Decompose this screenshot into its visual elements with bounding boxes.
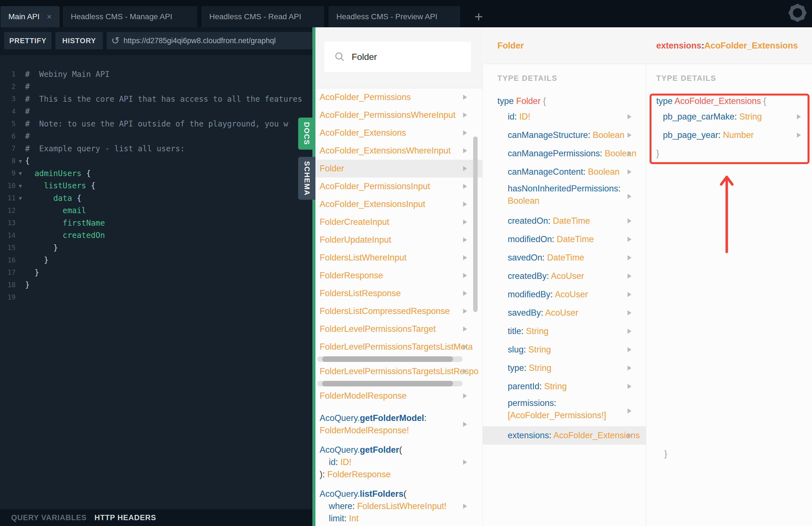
type-list-item[interactable]: FolderModelResponse [316,387,482,405]
editor-line-1[interactable]: 1# Webiny Main API [0,68,313,81]
editor-line-6[interactable]: 6# [0,130,313,143]
field-row-modifiedOn[interactable]: modifiedOn: DateTime [482,230,646,249]
editor-line-4[interactable]: 4# [0,105,313,118]
editor-line-17[interactable]: 17 } [0,266,313,279]
text-segment: limit [329,513,344,523]
type-list-item[interactable]: AcoFolder_Permissions [316,88,482,106]
editor-line-16[interactable]: 16 } [0,254,313,267]
field-row-pb_page_year[interactable]: pb_page_year: Number [646,126,812,144]
horizontal-scrollbar[interactable] [317,356,463,363]
fold-arrow-icon[interactable]: ▼ [16,195,25,201]
field-row-parentId[interactable]: parentId: String [482,377,646,396]
editor-line-8[interactable]: 8▼{ [0,155,313,167]
type-list-item[interactable]: FolderLevelPermissionsTargetsListMeta [316,338,482,356]
type-name: FolderResponse [320,271,383,280]
chevron-right-icon [627,384,632,389]
type-list-item[interactable]: FolderUpdateInput [316,231,482,249]
api-tab-3[interactable]: Headless CMS - Read API [202,6,324,27]
type-list-item[interactable]: FoldersListWhereInput [316,249,482,267]
type-name: FolderModelResponse [320,391,407,401]
docs-side-tab[interactable]: DOCS [298,118,316,150]
type-list-item[interactable]: FolderLevelPermissionsTargetsListRespo [316,363,482,380]
query-list-item[interactable]: AcoQuery.getFolderModel:FolderModelRespo… [316,412,482,437]
type-list-item[interactable]: FolderLevelPermissionsTarget [316,320,482,338]
editor-line-13[interactable]: 13 firstName [0,217,313,229]
folder-panel-title: Folder [482,27,646,64]
field-row-savedBy[interactable]: savedBy: AcoUser [482,304,646,322]
http-headers-tab[interactable]: HTTP HEADERS [95,513,156,522]
api-tab-4[interactable]: Headless CMS - Preview API [329,6,460,27]
text-segment: # Webiny Main API [25,70,110,79]
history-button[interactable]: HISTORY [56,32,103,49]
editor-line-2[interactable]: 2# [0,81,313,93]
editor-line-19[interactable]: 19 [0,291,313,304]
field-row-canManageContent[interactable]: canManageContent: Boolean [482,163,646,181]
close-tab-icon[interactable]: × [47,13,52,21]
editor-line-11[interactable]: 11▼ data { [0,192,313,204]
vertical-scrollbar[interactable] [473,136,478,312]
type-list-item[interactable]: AcoFolder_PermissionsWhereInput [316,106,482,124]
fold-arrow-icon[interactable]: ▼ [16,183,25,189]
field-row-canManagePermissions[interactable]: canManagePermissions: Boolean [482,144,646,163]
type-list-item[interactable]: FoldersListResponse [316,284,482,302]
horizontal-scrollbar[interactable] [317,380,463,387]
text-segment: Boolean [508,196,539,206]
field-row-pb_page_carMake[interactable]: pb_page_carMake: String [646,107,812,126]
query-variables-tab[interactable]: QUERY VARIABLES [11,513,87,522]
field-row-permissions[interactable]: permissions:[AcoFolder_Permissions!] [482,396,646,426]
field-row-createdOn[interactable]: createdOn: DateTime [482,212,646,230]
panel-divider[interactable] [313,27,316,526]
schema-side-tab[interactable]: SCHEMA [298,157,316,200]
editor-line-14[interactable]: 14 createdOn [0,229,313,242]
text-segment: Boolean [593,130,624,140]
editor-line-5[interactable]: 5# Note: to use the API outside of the p… [0,118,313,130]
type-list-item[interactable]: FoldersListCompressedResponse [316,302,482,320]
editor-line-7[interactable]: 7# Example query - list all users: [0,142,313,155]
type-list-item[interactable]: FolderResponse [316,267,482,284]
editor-line-10[interactable]: 10▼ listUsers { [0,180,313,192]
endpoint-url-input[interactable]: ↺ https://d2785gi4qi6pw8.cloudfront.net/… [107,32,313,49]
add-tab-button[interactable]: + [470,9,487,25]
fold-arrow-icon[interactable]: ▼ [16,170,25,176]
field-row-id[interactable]: id: ID! [482,107,646,126]
api-tab-2[interactable]: Headless CMS - Manage API [63,6,197,27]
editor-line-15[interactable]: 15 } [0,242,313,254]
query-editor[interactable]: 1# Webiny Main API2#3# This is the core … [0,55,313,509]
editor-line-12[interactable]: 12 email [0,204,313,217]
field-row-canManageStructure[interactable]: canManageStructure: Boolean [482,126,646,144]
field-row-savedOn[interactable]: savedOn: DateTime [482,249,646,267]
fold-arrow-icon[interactable]: ▼ [16,158,25,164]
editor-line-9[interactable]: 9▼ adminUsers { [0,167,313,180]
line-number: 18 [0,281,16,289]
type-list-item[interactable]: FolderCreateInput [316,213,482,231]
text-segment: FolderResponse [328,469,391,479]
type-list-item[interactable]: AcoFolder_ExtensionsInput [316,195,482,213]
query-list-item[interactable]: AcoQuery.listFolders(where: FoldersListW… [316,488,482,525]
field-row-hasNonInheritedPermissions[interactable]: hasNonInheritedPermissions:Boolean [482,181,646,212]
field-row-title[interactable]: title: String [482,322,646,340]
tab-label: Headless CMS - Manage API [71,12,172,21]
prettify-button[interactable]: PRETTIFY [4,32,52,49]
type-list-item[interactable]: AcoFolder_ExtensionsWhereInput [316,142,482,160]
field-row-slug[interactable]: slug: String [482,340,646,359]
gear-icon[interactable] [788,3,807,22]
type-list-item[interactable]: Folder [316,160,482,177]
type-list-item[interactable]: AcoFolder_Extensions [316,124,482,142]
editor-line-18[interactable]: 18} [0,279,313,291]
chevron-right-icon [627,151,632,156]
editor-line-3[interactable]: 3# This is the core API that has access … [0,93,313,105]
reload-icon[interactable]: ↺ [111,36,119,46]
text-segment: savedOn [508,253,542,262]
field-row-extensions[interactable]: extensions: AcoFolder_Extensions [482,426,646,445]
text-segment: FolderModelResponse! [320,425,409,435]
type-list-item[interactable]: AcoFolder_PermissionsInput [316,177,482,195]
query-list-item[interactable]: AcoQuery.getFolder(id: ID!): FolderRespo… [316,444,482,481]
docs-search-input[interactable]: Folder [324,42,471,72]
docs-panel: Folder AcoFolder_PermissionsAcoFolder_Pe… [316,27,812,526]
chevron-right-icon [463,309,467,314]
text-segment: modifiedOn [508,234,552,244]
field-row-createdBy[interactable]: createdBy: AcoUser [482,267,646,285]
api-tab-1[interactable]: Main API× [1,6,60,27]
field-row-modifiedBy[interactable]: modifiedBy: AcoUser [482,285,646,304]
field-row-type[interactable]: type: String [482,359,646,377]
